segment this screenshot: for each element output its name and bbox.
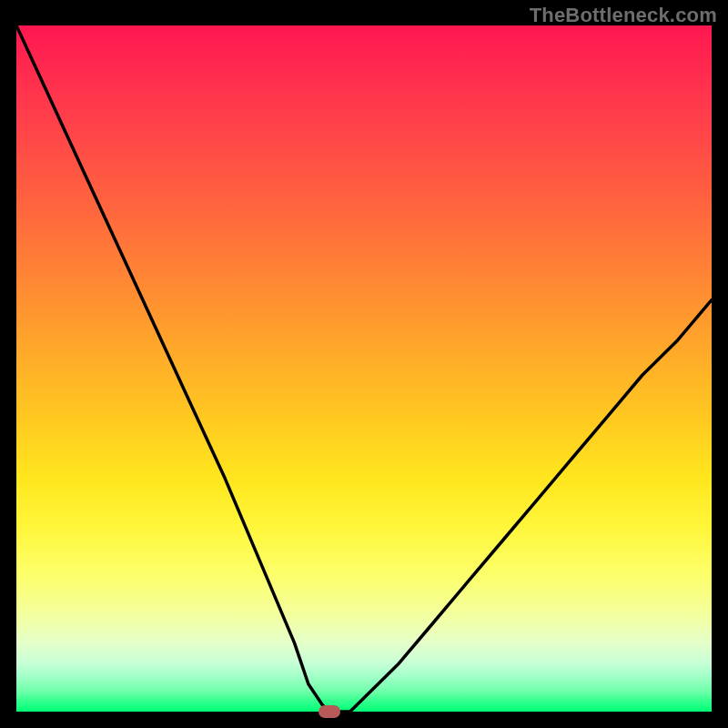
watermark-text: TheBottleneck.com	[530, 4, 717, 27]
optimum-marker	[318, 705, 340, 718]
curve-path	[16, 25, 712, 712]
chart-frame: TheBottleneck.com	[0, 0, 728, 728]
bottleneck-curve	[16, 25, 712, 712]
plot-area	[16, 25, 712, 712]
